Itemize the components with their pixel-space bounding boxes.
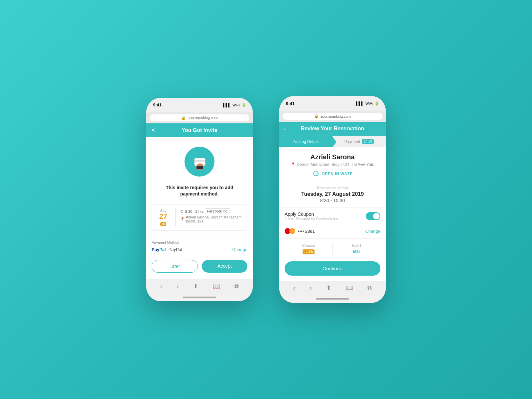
- reservation-details: ⏱ 8:30 · 2 hrs Facebook Inc. 📍 Azrieli S…: [180, 208, 243, 223]
- app-header-right: ‹ Review Your Reservation: [279, 122, 386, 136]
- status-time-right: 9:41: [286, 101, 295, 106]
- notch-right: [313, 96, 352, 105]
- reservation-label: Reservation details: [285, 186, 380, 190]
- battery-icon: 🔋: [241, 103, 246, 107]
- datetime-section: Reservation details Tuesday, 27 August 2…: [279, 183, 386, 207]
- signal-icon-right: ▌▌▌: [356, 101, 364, 105]
- change-payment-button[interactable]: Change: [232, 247, 247, 252]
- mc-orange: [289, 228, 295, 234]
- toggle-knob: [373, 213, 380, 219]
- accept-button[interactable]: Accept: [202, 260, 247, 273]
- lock-icon: 🔒: [181, 116, 186, 120]
- phone-right: 9:41 ▌▌▌ WiFi 🔋 🔒 app.mparking.com ‹ Rev…: [279, 96, 386, 303]
- pin-icon-right: 📍: [291, 162, 296, 167]
- battery-icon-right: 🔋: [374, 101, 379, 106]
- coupon-toggle[interactable]: [366, 212, 380, 220]
- home-indicator-left: [183, 297, 216, 298]
- tab-parking-details[interactable]: Parking Details: [279, 136, 332, 147]
- card-info: •••• 2881: [285, 228, 315, 234]
- coupon-summary-label: Coupon: [285, 243, 332, 247]
- wifi-icon: WiFi: [232, 103, 240, 107]
- step-tabs: Parking Details Payment 14:59: [279, 136, 386, 147]
- coupon-title: Apply Coupon: [285, 211, 339, 217]
- bottom-nav-left: ‹ › ⬆ 📖 ⧉: [146, 279, 253, 295]
- nav-forward-left[interactable]: ›: [177, 283, 179, 290]
- countdown-timer: 14:59: [362, 139, 374, 144]
- illustration: [146, 137, 253, 182]
- payment-row: PayPal PayPal Change: [152, 247, 247, 252]
- invite-text: This invite requires you to add payment …: [146, 182, 253, 204]
- payment-method-name: PayPal: [169, 247, 182, 252]
- coupon-summary-value: 🎫 2h: [285, 249, 332, 254]
- status-bar-right: 9:41 ▌▌▌ WiFi 🔋: [279, 96, 386, 111]
- continue-button[interactable]: Continue: [285, 261, 380, 276]
- coupon-section: Apply Coupon 2 hrs · Provided by Faceboo…: [279, 207, 386, 225]
- reservation-date: Tuesday, 27 August 2019: [285, 191, 380, 197]
- svg-rect-1: [195, 160, 205, 162]
- card-section: •••• 2881 Change: [279, 225, 386, 238]
- bottom-nav-right: ‹ › ⬆ 📖 ⧉: [279, 281, 386, 296]
- notch-left: [180, 98, 219, 107]
- date-box: Aug 27 2h: [156, 208, 171, 226]
- phone-content-right: Azrieli Sarona 📍 Derech Menachem Begin 1…: [279, 147, 386, 281]
- browser-bar-left[interactable]: 🔒 app.mparking.com: [146, 112, 253, 123]
- app-header-left: ✕ You Got Invite: [146, 123, 253, 137]
- change-card-button[interactable]: Change: [365, 229, 380, 234]
- svg-point-9: [317, 174, 317, 175]
- info-icon: ℹ: [360, 244, 361, 247]
- close-button-left[interactable]: ✕: [151, 127, 155, 133]
- lock-icon-right: 🔒: [314, 114, 319, 118]
- header-title-right: Review Your Reservation: [301, 126, 364, 132]
- coupon-summary: Coupon 🎫 2h: [285, 243, 332, 254]
- phone-left: 9:41 ▌▌▌ WiFi 🔋 🔒 app.mparking.com ✕ You…: [146, 98, 253, 301]
- invite-circle: [185, 147, 214, 177]
- clock-icon: ⏱: [180, 209, 184, 213]
- nav-bookmark-right[interactable]: 📖: [346, 284, 353, 292]
- coupon-tag: 🎫 2h: [303, 249, 315, 254]
- location-text: Azrieli Sarona, Derech Menachem Begin, 1…: [186, 215, 243, 223]
- later-button[interactable]: Later: [152, 260, 198, 273]
- signal-icon: ▌▌▌: [223, 103, 231, 107]
- coupon-info: Apply Coupon 2 hrs · Provided by Faceboo…: [285, 211, 339, 221]
- reservation-location: 📍 Azrieli Sarona, Derech Menachem Begin,…: [180, 215, 243, 223]
- status-icons-right: ▌▌▌ WiFi 🔋: [356, 101, 379, 106]
- wifi-icon-right: WiFi: [365, 101, 373, 105]
- nav-share-right[interactable]: ⬆: [326, 284, 331, 292]
- payment-method-section: Payment Method PayPal PayPal Change: [146, 236, 253, 256]
- svg-point-8: [315, 174, 315, 175]
- header-title-left: You Got Invite: [182, 127, 217, 133]
- action-buttons: Later Accept: [146, 256, 253, 279]
- nav-tabs-right[interactable]: ⧉: [367, 285, 372, 292]
- home-bar-right: [279, 296, 386, 303]
- status-icons-left: ▌▌▌ WiFi 🔋: [223, 103, 246, 107]
- reservation-time-text: 8:30 · 2 hrs: [185, 209, 203, 213]
- nav-back-left[interactable]: ‹: [160, 283, 162, 290]
- address-text: Derech Menachem Begin 121, Tel Aviv-Yafo: [297, 162, 374, 167]
- payment-label: Payment Method: [152, 240, 247, 244]
- waze-button[interactable]: OPEN IN WAZE: [312, 170, 352, 178]
- phone-content-left: This invite requires you to add payment …: [146, 137, 253, 279]
- status-bar-left: 9:41 ▌▌▌ WiFi 🔋: [146, 98, 253, 112]
- shekel-icon: ₪: [353, 249, 356, 254]
- nav-back-right[interactable]: ‹: [293, 285, 295, 292]
- card-number: •••• 2881: [298, 229, 315, 234]
- browser-bar-right[interactable]: 🔒 app.mparking.com: [279, 111, 386, 122]
- nav-forward-right[interactable]: ›: [310, 285, 312, 292]
- reservation-time-row: ⏱ 8:30 · 2 hrs Facebook Inc.: [180, 208, 243, 214]
- nav-tabs-left[interactable]: ⧉: [234, 283, 239, 290]
- tab-payment[interactable]: Payment 14:59: [332, 136, 386, 147]
- svg-rect-6: [197, 166, 203, 169]
- nav-share-left[interactable]: ⬆: [193, 283, 198, 290]
- nav-bookmark-left[interactable]: 📖: [213, 283, 220, 290]
- vertical-divider: [175, 208, 176, 226]
- back-button-right[interactable]: ‹: [284, 125, 286, 132]
- pin-icon: 📍: [180, 217, 185, 221]
- waze-label: OPEN IN WAZE: [322, 172, 352, 176]
- home-indicator-right: [316, 298, 349, 300]
- mastercard-icon: [285, 228, 295, 234]
- url-right: app.mparking.com: [321, 114, 351, 118]
- status-time-left: 9:41: [153, 102, 162, 107]
- date-day: 27: [156, 212, 171, 220]
- company-badge: Facebook Inc.: [205, 208, 230, 214]
- reservation-time-right: 8:30 - 10:30: [285, 198, 380, 203]
